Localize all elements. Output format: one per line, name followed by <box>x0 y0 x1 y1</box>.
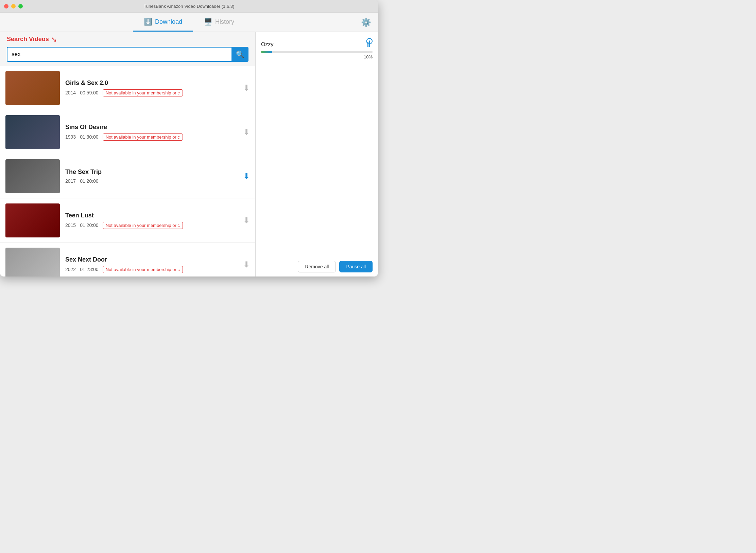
tab-download[interactable]: ⬇️ Download <box>133 13 193 32</box>
item-download-button[interactable]: ⬇ <box>243 172 250 181</box>
close-button[interactable] <box>4 4 8 8</box>
download-tab-icon: ⬇️ <box>144 18 152 26</box>
maximize-button[interactable] <box>18 4 23 8</box>
result-duration: 01:20:00 <box>80 178 99 184</box>
result-info: Girls & Sex 2.0 2014 00:59:00 Not availa… <box>65 79 238 96</box>
result-meta: 2017 01:20:00 <box>65 178 238 184</box>
search-button[interactable]: 🔍 <box>231 47 248 62</box>
right-panel: ⊙ Ozzy ⏸ 10% Remove all Pause all <box>256 32 378 276</box>
tab-history[interactable]: 🖥️ History <box>193 13 245 32</box>
result-year: 2014 <box>65 90 76 95</box>
not-available-badge: Not available in your membership or c <box>103 266 183 273</box>
result-year: 2015 <box>65 222 76 228</box>
result-thumbnail <box>5 115 60 149</box>
progress-bar-background <box>261 51 373 53</box>
left-panel: Search Videos ➘ 🔍 Girls & Sex 2.0 2014 0… <box>0 32 256 276</box>
window-controls[interactable] <box>4 4 23 8</box>
result-item: Sex Next Door 2022 01:23:00 Not availabl… <box>0 243 255 276</box>
not-available-badge: Not available in your membership or c <box>103 133 183 141</box>
result-duration: 01:23:00 <box>80 267 99 272</box>
search-videos-label: Search Videos <box>7 36 49 43</box>
not-available-badge: Not available in your membership or c <box>103 89 183 96</box>
history-tab-icon: 🖥️ <box>204 18 212 26</box>
results-list: Girls & Sex 2.0 2014 00:59:00 Not availa… <box>0 66 255 276</box>
item-download-button[interactable]: ⬇ <box>243 216 250 225</box>
result-thumbnail <box>5 159 60 193</box>
result-info: Teen Lust 2015 01:20:00 Not available in… <box>65 212 238 229</box>
result-meta: 2015 01:20:00 Not available in your memb… <box>65 222 238 229</box>
remove-all-button[interactable]: Remove all <box>298 261 336 272</box>
item-download-button[interactable]: ⬇ <box>243 127 250 137</box>
result-info: Sins Of Desire 1993 01:30:00 Not availab… <box>65 124 238 141</box>
search-input[interactable] <box>7 47 231 62</box>
result-item: Teen Lust 2015 01:20:00 Not available in… <box>0 198 255 243</box>
queue-item-header: Ozzy ⏸ <box>261 40 373 49</box>
settings-button[interactable]: ⚙️ <box>361 18 371 27</box>
result-meta: 2022 01:23:00 Not available in your memb… <box>65 266 238 273</box>
bottom-actions: Remove all Pause all <box>261 257 373 272</box>
history-tab-label: History <box>215 18 234 25</box>
search-arrow-icon: ➘ <box>51 35 57 44</box>
progress-bar-fill <box>261 51 272 53</box>
nav-tabs: ⬇️ Download 🖥️ History ⚙️ <box>0 13 378 32</box>
item-download-button[interactable]: ⬇ <box>243 260 250 269</box>
app-title: TunesBank Amazon Video Downloader (1.6.3… <box>144 4 235 9</box>
result-info: Sex Next Door 2022 01:23:00 Not availabl… <box>65 256 238 273</box>
result-duration: 01:20:00 <box>80 222 99 228</box>
queue-item-name: Ozzy <box>261 41 273 48</box>
search-label-row: Search Videos ➘ <box>7 35 248 44</box>
pause-all-button[interactable]: Pause all <box>339 261 373 272</box>
result-year: 2022 <box>65 267 76 272</box>
result-meta: 1993 01:30:00 Not available in your memb… <box>65 133 238 141</box>
item-download-button[interactable]: ⬇ <box>243 83 250 93</box>
search-icon: 🔍 <box>236 50 244 58</box>
titlebar: TunesBank Amazon Video Downloader (1.6.3… <box>0 0 378 13</box>
result-thumbnail <box>5 203 60 237</box>
result-year: 2017 <box>65 178 76 184</box>
result-year: 1993 <box>65 134 76 140</box>
result-title: Teen Lust <box>65 212 238 219</box>
result-duration: 00:59:00 <box>80 90 99 95</box>
search-area: Search Videos ➘ 🔍 <box>0 32 255 66</box>
result-meta: 2014 00:59:00 Not available in your memb… <box>65 89 238 96</box>
result-thumbnail <box>5 71 60 105</box>
main-content: Search Videos ➘ 🔍 Girls & Sex 2.0 2014 0… <box>0 32 378 276</box>
result-item: Sins Of Desire 1993 01:30:00 Not availab… <box>0 110 255 154</box>
result-title: Sex Next Door <box>65 256 238 263</box>
download-queue-icon: ⊙ <box>365 35 373 47</box>
download-tab-label: Download <box>155 18 182 25</box>
result-thumbnail <box>5 248 60 277</box>
result-item: Girls & Sex 2.0 2014 00:59:00 Not availa… <box>0 66 255 110</box>
result-item: The Sex Trip 2017 01:20:00 ⬇ <box>0 154 255 198</box>
result-duration: 01:30:00 <box>80 134 99 140</box>
result-title: Sins Of Desire <box>65 124 238 131</box>
minimize-button[interactable] <box>11 4 16 8</box>
result-title: Girls & Sex 2.0 <box>65 79 238 87</box>
result-info: The Sex Trip 2017 01:20:00 <box>65 168 238 184</box>
progress-percent-label: 10% <box>261 54 373 59</box>
search-wrapper: 🔍 <box>7 47 248 62</box>
result-title: The Sex Trip <box>65 168 238 176</box>
not-available-badge: Not available in your membership or c <box>103 222 183 229</box>
queue-item: Ozzy ⏸ 10% <box>261 40 373 59</box>
